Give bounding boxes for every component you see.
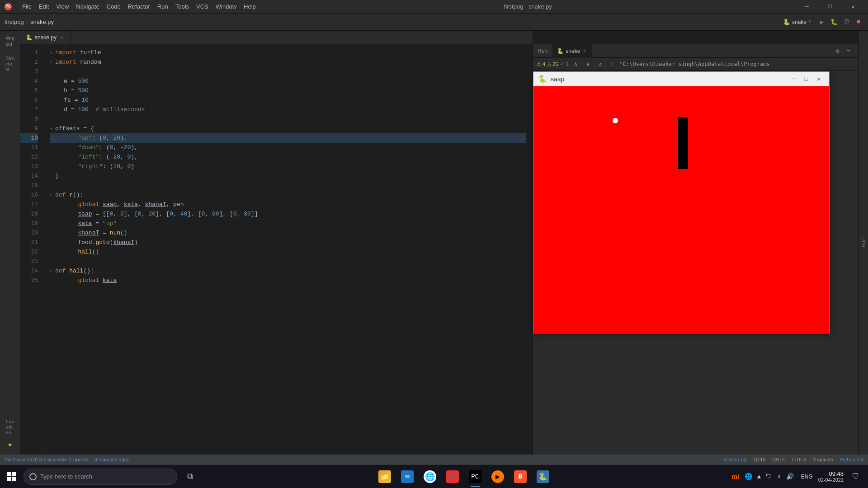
update-icon[interactable]: ⬇ xyxy=(775,471,783,482)
mi-icon[interactable]: mi xyxy=(732,473,739,480)
nav-up-button[interactable]: ∧ xyxy=(571,59,581,69)
warning-badge: ⚠ 4 xyxy=(537,61,545,67)
language-indicator[interactable]: ENG xyxy=(799,472,815,482)
run-tab-name: snake xyxy=(566,48,580,54)
update-status[interactable]: PyCharm 2020.3.4 available // Update... … xyxy=(5,457,129,462)
menu-run[interactable]: Run xyxy=(154,3,172,10)
run-config-dropdown[interactable]: 🐍 snake ▼ xyxy=(779,17,815,27)
code-content[interactable]: ▾import turtle ▾import random w = 500 h … xyxy=(43,44,533,455)
breadcrumb-file[interactable]: snake.py xyxy=(30,19,54,25)
nav-down-button[interactable]: ∨ xyxy=(583,59,593,69)
start-button[interactable] xyxy=(0,465,24,488)
close-button[interactable]: ✕ xyxy=(843,0,863,14)
snake-game-window[interactable]: 🐍 saap ─ □ ✕ xyxy=(533,71,830,333)
snake-window-titlebar: 🐍 saap ─ □ ✕ xyxy=(533,72,829,86)
code-line-1: ▾import turtle xyxy=(50,48,526,57)
taskbar-chrome[interactable]: 🌐 xyxy=(420,465,440,488)
breadcrumb-project[interactable]: firstpog xyxy=(5,19,24,25)
run-command: "C:\Users\Diwakar singh\AppData\Local\Pr… xyxy=(620,61,855,67)
chrome-icon: 🌐 xyxy=(424,470,436,483)
snake-close-button[interactable]: ✕ xyxy=(813,73,825,85)
minimize-button[interactable]: ─ xyxy=(797,0,817,14)
taskbar-python[interactable]: 🐍 xyxy=(533,465,553,488)
editor-area: 🐍 snake.py ✕ 1 2 3 4 5 6 7 8 9 10 11 12 … xyxy=(20,31,533,455)
up-arrow-button[interactable]: ↑ xyxy=(608,59,618,69)
taskbar: Type here to search ⧉ 📁 ⌨ 🌐 🎵 PC ▶ B 🐍 xyxy=(0,465,868,488)
earth-icon[interactable]: 🌐 xyxy=(743,471,754,482)
menu-code[interactable]: Code xyxy=(103,3,124,10)
run-tab-snake[interactable]: 🐍 snake ✕ xyxy=(552,44,592,58)
indent-status[interactable]: 4 spaces xyxy=(813,457,833,462)
tab-snake-py[interactable]: 🐍 snake.py ✕ xyxy=(20,31,71,44)
menu-vcs[interactable]: VCS xyxy=(193,3,212,10)
taskbar-search[interactable]: Type here to search xyxy=(24,469,177,485)
run-tab-icon: 🐍 xyxy=(557,48,564,54)
pycharm-icon: PC xyxy=(469,470,481,483)
snake-window-icon: 🐍 xyxy=(538,75,547,84)
snake-food xyxy=(613,118,618,123)
code-line-13: "right": (20, 0) xyxy=(50,162,526,171)
run-tab-close[interactable]: ✕ xyxy=(582,48,587,54)
menu-help[interactable]: Help xyxy=(240,3,259,10)
taskbar-brave[interactable]: B xyxy=(510,465,531,488)
menu-tools[interactable]: Tools xyxy=(172,3,193,10)
warning-icon: ⚠ xyxy=(537,61,541,67)
menu-window[interactable]: Window xyxy=(212,3,240,10)
window-controls: ─ □ ✕ xyxy=(797,0,863,14)
right-label-run[interactable]: Run xyxy=(861,238,866,247)
menu-view[interactable]: View xyxy=(52,3,72,10)
alert-count: 25 xyxy=(552,61,558,67)
snake-maximize-button[interactable]: □ xyxy=(800,73,812,85)
code-line-3 xyxy=(50,67,526,76)
run-settings-icon[interactable]: ⚙ xyxy=(833,46,843,56)
run-panel: Run: 🐍 snake ✕ ⚙ − ⚠ 4 △ 25 ✓ 9 xyxy=(533,44,858,468)
task-view-button[interactable]: ⧉ xyxy=(179,465,200,488)
notification-button[interactable]: 🗨 xyxy=(847,469,863,485)
up-arrow-tray-icon[interactable]: ▲ xyxy=(755,471,763,482)
menu-refactor[interactable]: Refactor xyxy=(124,3,154,10)
sidebar-project-icon[interactable]: Project xyxy=(2,33,18,49)
tab-file-icon: 🐍 xyxy=(26,34,33,41)
status-bar: PyCharm 2020.3.4 available // Update... … xyxy=(0,455,868,465)
line-ending[interactable]: CRLF xyxy=(772,457,785,462)
taskbar-vlc[interactable]: ▶ xyxy=(487,465,508,488)
code-line-22: hall() xyxy=(50,247,526,257)
taskbar-media[interactable]: 🎵 xyxy=(442,465,463,488)
file-explorer-icon: 📁 xyxy=(378,470,391,483)
menu-navigate[interactable]: Navigate xyxy=(72,3,103,10)
taskbar-pycharm[interactable]: PC xyxy=(465,465,486,488)
taskbar-file-explorer[interactable]: 📁 xyxy=(374,465,395,488)
taskbar-vscode[interactable]: ⌨ xyxy=(397,465,418,488)
refresh-button[interactable]: ↺ xyxy=(595,59,605,69)
event-log-link[interactable]: Event Log xyxy=(724,457,746,462)
menu-edit[interactable]: Edit xyxy=(35,3,52,10)
tab-close-button[interactable]: ✕ xyxy=(59,34,65,41)
code-line-9: ▾offsets = { xyxy=(50,124,526,133)
profile-button[interactable]: ⏱ xyxy=(841,17,851,27)
python-version[interactable]: Python 3.9 xyxy=(840,457,863,462)
snake-window-title: saap xyxy=(551,75,784,83)
network-icon[interactable]: 🛡 xyxy=(764,471,774,482)
snake-minimize-button[interactable]: ─ xyxy=(788,73,799,85)
code-editor[interactable]: 1 2 3 4 5 6 7 8 9 10 11 12 13 14 15 16 1… xyxy=(20,44,533,455)
debug-button[interactable]: 🐛 xyxy=(829,17,839,27)
python-icon: 🐍 xyxy=(537,470,549,483)
brave-icon: B xyxy=(514,470,527,483)
check-count: 9 xyxy=(566,61,568,67)
menu-file[interactable]: File xyxy=(19,3,35,10)
sidebar-star-icon[interactable]: ★ xyxy=(2,436,18,452)
code-line-8 xyxy=(50,114,526,124)
stop-button[interactable]: ■ xyxy=(854,17,863,27)
run-panel-minimize[interactable]: − xyxy=(844,46,854,56)
ide-toolbar: firstpog › snake.py 🐍 snake ▼ ▶ 🐛 ⏱ ■ xyxy=(0,14,868,31)
left-sidebar: Project Structure Favorites ★ xyxy=(0,31,20,455)
maximize-button[interactable]: □ xyxy=(820,0,840,14)
encoding-status[interactable]: UTF-8 xyxy=(792,457,806,462)
run-button[interactable]: ▶ xyxy=(817,17,827,27)
run-toolbar: ⚠ 4 △ 25 ✓ 9 ∧ ∨ ↺ ↑ "C:\Users\Diwakar s… xyxy=(533,58,858,70)
speaker-icon[interactable]: 🔊 xyxy=(784,471,796,482)
system-clock[interactable]: 09:48 02-04-2021 xyxy=(818,470,844,483)
vlc-icon: ▶ xyxy=(491,470,504,483)
sidebar-structure-icon[interactable]: Structure xyxy=(2,56,18,72)
sidebar-favorites-icon[interactable]: Favorites xyxy=(2,419,18,435)
